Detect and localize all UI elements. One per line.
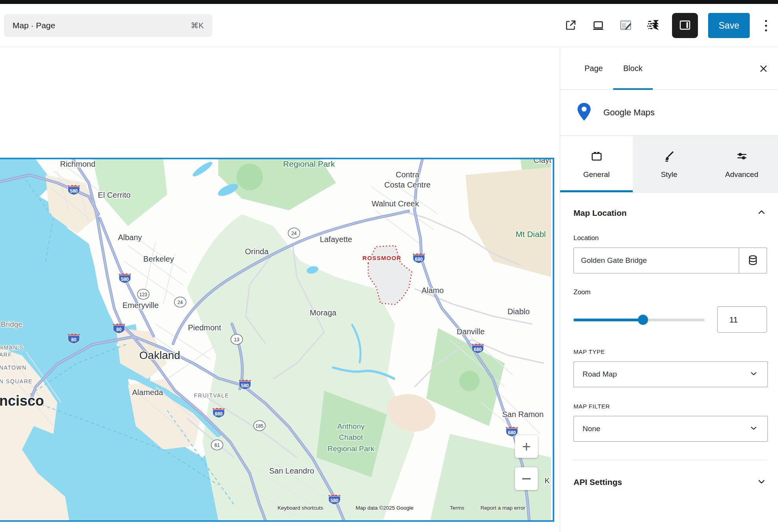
map-label: Bridge — [1, 320, 22, 328]
keyboard-shortcuts-link[interactable]: Keyboard shortcuts — [278, 505, 323, 511]
map-label: Albany — [118, 233, 142, 242]
tab-general[interactable]: General — [560, 136, 633, 192]
map-filter-label: MAP FILTER — [573, 403, 767, 410]
map-label: Clayt — [533, 159, 551, 164]
tab-general-label: General — [583, 170, 610, 179]
api-settings-heading: API Settings — [573, 477, 622, 487]
map-label: Alamo — [422, 286, 444, 295]
map-label: Richmond — [60, 160, 95, 168]
chevron-down-icon — [749, 368, 759, 381]
document-title: Map · Page — [13, 21, 55, 30]
settings-panel-toggle[interactable] — [672, 13, 698, 38]
block-title: Google Maps — [603, 107, 655, 118]
svg-text:680: 680 — [474, 347, 482, 352]
map-label: Regional Park — [283, 159, 335, 168]
svg-text:680: 680 — [508, 430, 516, 435]
map-label: Anthony — [337, 422, 365, 430]
svg-text:61: 61 — [214, 443, 220, 448]
map-label: Contra — [396, 170, 420, 179]
svg-text:13: 13 — [234, 337, 239, 343]
edit-page-button[interactable] — [617, 17, 634, 34]
map-zoom-in-button[interactable]: + — [515, 435, 538, 458]
map-label: Walnut Creek — [372, 199, 419, 208]
tab-advanced[interactable]: Advanced — [705, 136, 778, 192]
map-filter-select[interactable]: None — [573, 416, 768, 442]
edit-page-icon — [619, 18, 633, 33]
block-card: Google Maps — [560, 90, 778, 136]
tab-style[interactable]: Style — [633, 136, 705, 192]
map-location-heading: Map Location — [573, 208, 626, 218]
zoom-slider[interactable] — [573, 315, 705, 325]
map-label: N SQUARE — [0, 378, 33, 384]
map-label: Orinda — [245, 247, 269, 256]
map-label: K — [544, 476, 550, 485]
speed-plugin-button[interactable] — [645, 17, 662, 34]
google-map-canvas[interactable]: 5805805805808080880680680680123242413185… — [0, 159, 551, 520]
preview-button[interactable] — [590, 17, 607, 34]
map-zoom-out-button[interactable]: − — [515, 467, 538, 490]
brush-icon — [663, 149, 676, 165]
tab-block[interactable]: Block — [613, 47, 653, 89]
svg-text:580: 580 — [241, 383, 249, 388]
map-label: Moraga — [310, 308, 337, 317]
map-label: Piedmont — [188, 323, 221, 332]
svg-text:24: 24 — [177, 300, 183, 305]
api-settings-header[interactable]: API Settings — [560, 460, 778, 488]
map-label: ARF — [0, 352, 12, 358]
map-label: Danville — [457, 327, 484, 336]
location-input[interactable] — [573, 248, 739, 273]
map-label: ncisco — [0, 393, 44, 409]
map-location-header[interactable]: Map Location — [573, 207, 767, 219]
map-label: San Ramon — [502, 410, 544, 419]
zoom-slider-fill — [573, 319, 643, 321]
block-icon — [590, 149, 603, 165]
map-type-label: MAP TYPE — [573, 348, 767, 355]
wordpress-editor: Map · Page ⌘K — [0, 0, 778, 532]
map-type-select[interactable]: Road Map — [573, 361, 768, 387]
options-menu-button[interactable] — [760, 20, 772, 31]
map-label: Emeryville — [122, 301, 159, 310]
tab-page[interactable]: Page — [574, 47, 613, 89]
sliders-icon — [735, 149, 749, 165]
preview-desktop-icon — [592, 18, 605, 33]
command-search-bar[interactable]: Map · Page ⌘K — [4, 14, 212, 37]
google-maps-block[interactable]: 5805805805808080880680680680123242413185… — [0, 158, 554, 522]
route-shield: 13 — [231, 334, 243, 344]
map-label: Lafayette — [320, 235, 352, 244]
editor-toolbar: Map · Page ⌘K — [0, 4, 778, 47]
svg-text:80: 80 — [71, 337, 77, 343]
svg-text:580: 580 — [70, 188, 78, 194]
map-label: Berkeley — [143, 255, 174, 263]
svg-text:580: 580 — [121, 277, 129, 282]
save-button[interactable]: Save — [708, 13, 750, 38]
browser-top-strip — [0, 0, 778, 4]
map-basemap: 5805805805808080880680680680123242413185… — [0, 159, 551, 520]
chevron-down-icon — [756, 476, 767, 488]
map-label: Chabot — [339, 433, 363, 441]
view-site-button[interactable] — [562, 17, 579, 34]
sidebar-toggle-icon — [678, 18, 692, 33]
map-data-text: Map data ©2025 Google — [356, 505, 413, 511]
zoom-value-input[interactable] — [717, 306, 767, 333]
map-attribution: Keyboard shortcuts Map data ©2025 Google… — [0, 505, 551, 515]
zoom-slider-thumb[interactable] — [638, 315, 648, 325]
route-shield: 24 — [288, 228, 300, 238]
terms-link[interactable]: Terms — [450, 505, 464, 511]
svg-text:80: 80 — [116, 327, 122, 332]
saved-locations-button[interactable] — [739, 248, 767, 273]
chevron-down-icon — [749, 423, 759, 435]
route-shield: 24 — [174, 297, 186, 307]
close-sidebar-button[interactable] — [757, 62, 770, 76]
map-location-section: Map Location Location — [560, 193, 778, 460]
route-shield: 61 — [211, 440, 223, 450]
map-filter-value: None — [583, 425, 600, 433]
svg-text:680: 680 — [415, 257, 423, 262]
sidebar-tab-row: Page Block — [560, 47, 778, 90]
map-label: Oakland — [139, 349, 180, 361]
options-menu-icon — [765, 20, 767, 31]
svg-text:24: 24 — [291, 231, 297, 236]
map-label: El Cerrito — [98, 191, 130, 199]
report-map-error-link[interactable]: Report a map error — [480, 505, 525, 511]
database-icon — [747, 254, 759, 267]
location-label: Location — [573, 234, 767, 242]
